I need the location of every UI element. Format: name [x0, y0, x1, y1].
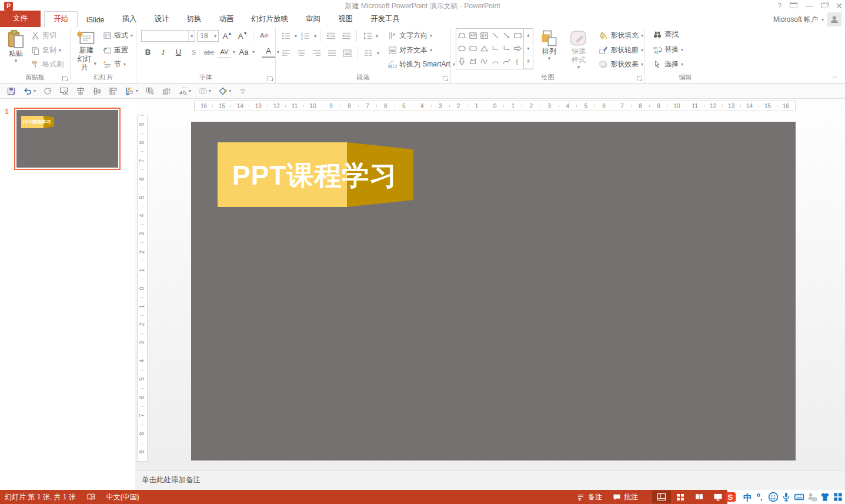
increase-font-size-button[interactable]: A▲: [221, 30, 234, 42]
align-left-button[interactable]: [279, 47, 293, 59]
shadow-button[interactable]: S: [187, 46, 201, 58]
slide-counter[interactable]: 幻灯片 第 1 张, 共 1 张: [5, 492, 76, 502]
change-case-button[interactable]: Aa: [237, 46, 251, 58]
align-objects-left-button[interactable]: [106, 85, 121, 97]
language-indicator[interactable]: 中文(中国): [106, 492, 139, 502]
sogou-toolbox-icon[interactable]: [832, 492, 843, 503]
spell-check-button[interactable]: [86, 493, 96, 501]
save-button[interactable]: [4, 85, 19, 97]
cut-button[interactable]: 剪切: [29, 30, 65, 41]
shape-left-brace-button[interactable]: {: [513, 57, 522, 66]
qat-overflow-button[interactable]: [235, 85, 251, 97]
distribute-horizontal-button[interactable]: [159, 85, 174, 97]
shapes-more-button[interactable]: ⊼: [524, 55, 533, 69]
layout-button[interactable]: 版式 ▾: [101, 30, 135, 41]
tab-animations[interactable]: 动画: [211, 12, 243, 27]
shape-textbox-horizontal-button[interactable]: A: [469, 31, 477, 40]
shape-curve-button[interactable]: [502, 57, 511, 66]
slide-title-banner[interactable]: PPT课程学习: [218, 142, 413, 207]
format-painter-button[interactable]: 格式刷: [29, 59, 65, 70]
align-text-button[interactable]: 对齐文本▾: [386, 45, 457, 56]
tab-slideshow[interactable]: 幻灯片放映: [243, 12, 298, 27]
comments-toggle-button[interactable]: 批注: [613, 492, 638, 502]
underline-button[interactable]: U: [172, 46, 185, 58]
align-center-button[interactable]: [73, 85, 88, 97]
increase-indent-button[interactable]: [339, 30, 353, 42]
shape-elbow-arrow-connector-button[interactable]: [502, 44, 511, 53]
tab-islide[interactable]: iSlide: [78, 14, 113, 27]
view-reading-button[interactable]: [690, 490, 709, 503]
character-spacing-button[interactable]: AV: [218, 46, 231, 58]
convert-to-smartart-button[interactable]: 转换为 SmartArt▾: [386, 59, 457, 70]
find-button[interactable]: 查找: [651, 29, 724, 40]
distribute-text-button[interactable]: [340, 47, 354, 59]
tab-file[interactable]: 文件: [0, 11, 41, 27]
replace-button[interactable]: abac 替换▾: [651, 44, 724, 55]
arrange-button[interactable]: 排列 ▾: [537, 28, 562, 72]
slide-thumbnail-1[interactable]: PPT课程学习: [14, 108, 121, 170]
sogou-punctuation-icon[interactable]: ,: [754, 492, 766, 503]
vertical-ruler[interactable]: 9876543210123456789: [137, 115, 148, 462]
shape-scribble-button[interactable]: [480, 57, 489, 66]
quick-styles-button[interactable]: 快速样式 ▾: [565, 28, 592, 72]
bullets-button[interactable]: [279, 30, 293, 42]
decrease-indent-button[interactable]: [324, 30, 338, 42]
select-button[interactable]: 选择▾: [651, 59, 724, 70]
shapes-scroll-down-button[interactable]: ▼: [524, 42, 533, 56]
decrease-font-size-button[interactable]: A▼: [236, 30, 249, 42]
font-name-combobox[interactable]: ▾: [141, 30, 195, 42]
shapes-scroll-up-button[interactable]: ▲: [524, 29, 533, 42]
undo-button[interactable]: ▾: [20, 85, 39, 97]
restore-button[interactable]: [821, 2, 827, 10]
ribbon-display-options-button[interactable]: [790, 2, 797, 10]
align-right-button[interactable]: [310, 47, 323, 59]
shape-triangle-button[interactable]: [480, 44, 489, 53]
shape-rounded-rectangle-button[interactable]: [469, 44, 477, 53]
view-normal-button[interactable]: [652, 490, 671, 503]
bold-button[interactable]: B: [141, 46, 155, 58]
reset-button[interactable]: 重置: [101, 45, 135, 56]
shape-trapezoid-button[interactable]: [457, 31, 466, 40]
copy-button[interactable]: 复制 ▾: [29, 45, 65, 56]
shape-line-arrow-button[interactable]: [502, 31, 511, 40]
sogou-login-icon[interactable]: 20: [806, 492, 817, 503]
section-button[interactable]: 节 ▾: [101, 59, 135, 70]
minimize-button[interactable]: —: [806, 2, 813, 10]
slide-canvas[interactable]: PPT课程学习: [191, 122, 796, 460]
notes-pane[interactable]: 单击此处添加备注: [135, 470, 845, 490]
slide-title-text[interactable]: PPT课程学习: [232, 158, 397, 194]
account-label[interactable]: Microsoft 帐户: [773, 15, 818, 25]
font-dialog-launcher[interactable]: [268, 76, 273, 81]
tab-design[interactable]: 设计: [146, 12, 178, 27]
view-slide-sorter-button[interactable]: [671, 490, 690, 503]
drawing-dialog-launcher[interactable]: [637, 76, 642, 81]
strikethrough-button[interactable]: abc: [202, 46, 216, 58]
distribute-vertical-button[interactable]: [142, 85, 158, 97]
tab-review[interactable]: 审阅: [297, 12, 329, 27]
align-middle-button[interactable]: [89, 85, 105, 97]
new-slide-button[interactable]: 新建 幻灯片▾: [73, 28, 100, 72]
justify-button[interactable]: [325, 47, 339, 59]
shape-elbow-connector-button[interactable]: [491, 44, 500, 53]
numbering-button[interactable]: 123: [299, 30, 312, 42]
sogou-voice-icon[interactable]: [780, 492, 791, 503]
redo-button[interactable]: [40, 85, 55, 97]
columns-button[interactable]: [362, 47, 375, 59]
shape-outline-button[interactable]: 形状轮廓▾: [597, 45, 645, 56]
font-size-combobox[interactable]: 18 ▾: [197, 30, 219, 42]
text-direction-button[interactable]: A 文字方向▾: [386, 30, 457, 41]
account-avatar[interactable]: [827, 12, 841, 26]
shape-down-block-arrow-button[interactable]: [457, 57, 466, 66]
tab-view[interactable]: 视图: [329, 12, 362, 27]
paragraph-dialog-launcher[interactable]: [443, 76, 448, 81]
align-center-button[interactable]: [295, 47, 308, 59]
shape-rectangle-button[interactable]: [513, 31, 522, 40]
clipboard-dialog-launcher[interactable]: [62, 76, 68, 81]
slideshow-from-current-button[interactable]: [56, 85, 72, 97]
notes-toggle-button[interactable]: 备注: [577, 492, 602, 502]
shape-effects-button[interactable]: 形状效果▾: [597, 59, 645, 70]
line-spacing-button[interactable]: [360, 30, 374, 42]
sogou-emoji-icon[interactable]: [767, 492, 779, 503]
shape-ellipse-button[interactable]: [457, 44, 466, 53]
sogou-chinese-mode-icon[interactable]: 中: [742, 492, 753, 503]
